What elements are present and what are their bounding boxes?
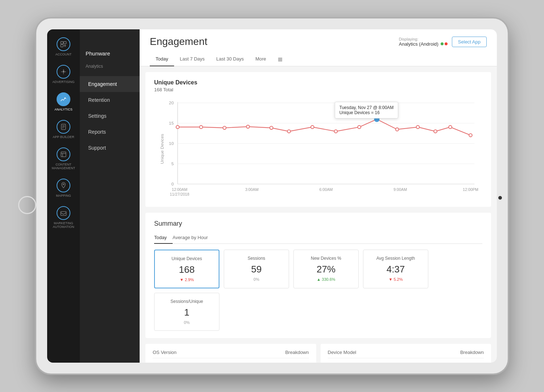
header-right: Displaying: Analytics (Android) Select A…	[399, 37, 487, 47]
svg-point-13	[63, 184, 64, 185]
breakdown-card-os: OS Version Breakdown	[145, 344, 316, 363]
marketing-icon-circle	[57, 206, 70, 220]
red-dot	[445, 42, 448, 45]
svg-point-43	[396, 128, 399, 131]
summary-tabs: Today Average by Hour	[154, 232, 482, 244]
svg-rect-2	[61, 45, 63, 47]
sidebar-item-app-builder[interactable]: APP BUILDER	[47, 116, 80, 143]
sessions-label: Sessions	[231, 256, 281, 261]
analytics-label: ANALYTICS	[54, 108, 72, 111]
advertising-icon-circle: $	[57, 65, 70, 79]
metrics-grid-row2: Sessions/Unique 1 0%	[154, 293, 482, 331]
avg-session-change: 5.2%	[371, 277, 421, 282]
breakdown-header-device: Device Model Breakdown	[328, 350, 484, 358]
svg-text:0: 0	[171, 182, 174, 187]
svg-point-38	[270, 126, 273, 130]
summary-tab-avg-hour[interactable]: Average by Hour	[173, 232, 214, 244]
sidebar-item-account[interactable]: ACCOUNT	[47, 33, 80, 61]
svg-text:20: 20	[169, 100, 174, 105]
svg-point-47	[469, 134, 472, 137]
sidebar-item-marketing[interactable]: MARKETING AUTOMATION	[47, 202, 80, 233]
sub-sidebar-item-engagement[interactable]: Engagement	[80, 76, 140, 92]
svg-text:6:00AM: 6:00AM	[320, 187, 333, 192]
summary-section: Summary Today Average by Hour Unique Dev…	[145, 213, 491, 338]
svg-point-46	[449, 125, 452, 129]
device-model-label: Device Model	[328, 350, 357, 355]
tab-today[interactable]: Today	[150, 53, 174, 66]
green-dot	[441, 42, 444, 45]
svg-point-45	[434, 130, 437, 133]
sub-sidebar-item-reports[interactable]: Reports	[80, 124, 140, 140]
displaying-label: Displaying:	[399, 37, 448, 41]
chart-svg: 0 5 10 15 20 Unique De	[154, 98, 482, 200]
svg-point-36	[223, 126, 226, 130]
svg-text:15: 15	[169, 121, 174, 126]
new-devices-change: 330.6%	[301, 277, 351, 282]
account-icon	[60, 41, 67, 48]
svg-text:12:00AM: 12:00AM	[172, 187, 187, 192]
breakdown-card-device: Device Model Breakdown	[321, 344, 491, 363]
app-builder-icon-circle	[57, 120, 70, 134]
select-app-button[interactable]: Select App	[452, 37, 487, 47]
mapping-icon	[60, 182, 67, 189]
unique-devices-value: 168	[162, 264, 211, 275]
os-version-label: OS Version	[153, 350, 177, 355]
sub-sidebar-app-name: Phunware	[80, 47, 140, 64]
chart-container: Tuesday, Nov 27 @ 8:00AM Unique Devices …	[154, 98, 482, 200]
svg-point-35	[199, 125, 203, 129]
unique-devices-label: Unique Devices	[162, 256, 211, 261]
summary-title: Summary	[154, 220, 482, 228]
sidebar-item-advertising[interactable]: $ ADVERTISING	[47, 61, 80, 88]
svg-point-41	[334, 130, 338, 133]
mapping-icon-circle	[57, 179, 70, 192]
sidebar-item-content-mgmt[interactable]: CONTENT MANAGEMENT	[47, 143, 80, 174]
header-top-bar: Engagement Displaying: Analytics (Androi…	[150, 36, 487, 47]
device-breakdown-label: Breakdown	[460, 350, 484, 355]
svg-point-42	[358, 125, 361, 129]
icon-sidebar: ACCOUNT $ ADVERTISING	[47, 29, 80, 363]
svg-text:11/27/2018: 11/27/2018	[170, 192, 189, 196]
svg-point-39	[287, 130, 290, 133]
tab-more[interactable]: More	[250, 53, 272, 66]
metric-card-sessions: Sessions 59 0%	[224, 250, 289, 288]
tab-calendar-icon[interactable]: ▦	[272, 53, 288, 66]
summary-tab-today[interactable]: Today	[154, 232, 173, 244]
tab-last7[interactable]: Last 7 Days	[174, 53, 211, 66]
sub-sidebar-item-settings[interactable]: Settings	[80, 108, 140, 124]
sub-sidebar: Phunware Analytics Engagement Retention …	[80, 29, 140, 363]
content-mgmt-icon	[60, 151, 67, 158]
content-mgmt-icon-circle	[57, 147, 70, 161]
page-title: Engagement	[150, 36, 207, 47]
mapping-label: MAPPING	[56, 194, 71, 197]
advertising-label: ADVERTISING	[53, 80, 75, 84]
metric-card-avg-session: Avg Session Length 4:37 5.2%	[363, 250, 428, 288]
analytics-icon	[60, 96, 67, 103]
svg-rect-14	[61, 212, 66, 216]
sub-sidebar-item-retention[interactable]: Retention	[80, 92, 140, 108]
new-devices-value: 27%	[301, 264, 351, 275]
sidebar-item-mapping[interactable]: MAPPING	[47, 174, 80, 202]
sub-sidebar-section: Analytics	[80, 64, 140, 76]
svg-text:3:00AM: 3:00AM	[245, 187, 259, 192]
sessions-unique-value: 1	[162, 307, 212, 318]
sub-sidebar-item-support[interactable]: Support	[80, 140, 140, 156]
svg-point-5	[65, 97, 66, 99]
chart-tooltip: Tuesday, Nov 27 @ 8:00AM Unique Devices …	[335, 102, 399, 118]
bottom-section: OS Version Breakdown Device Model Breakd…	[145, 344, 491, 363]
sessions-unique-change: 0%	[162, 320, 212, 325]
os-breakdown-label: Breakdown	[285, 350, 309, 355]
main-tabs: Today Last 7 Days Last 30 Days More ▦	[150, 53, 487, 66]
svg-rect-0	[61, 42, 63, 44]
device-frame: ACCOUNT $ ADVERTISING	[36, 18, 508, 374]
sessions-unique-label: Sessions/Unique	[162, 299, 212, 304]
unique-devices-change: 2.9%	[162, 278, 211, 282]
svg-text:12:00PM: 12:00PM	[463, 187, 478, 192]
svg-rect-1	[64, 42, 66, 44]
metrics-grid: Unique Devices 168 2.9% Sessions 59 0% N…	[154, 250, 482, 288]
sidebar-item-analytics[interactable]: ANALYTICS	[47, 88, 80, 116]
loading-circle	[18, 196, 36, 214]
tab-last30[interactable]: Last 30 Days	[210, 53, 250, 66]
svg-text:Unique Devices: Unique Devices	[160, 134, 165, 164]
metric-card-sessions-unique: Sessions/Unique 1 0%	[154, 293, 219, 331]
svg-text:9:00AM: 9:00AM	[393, 187, 407, 192]
